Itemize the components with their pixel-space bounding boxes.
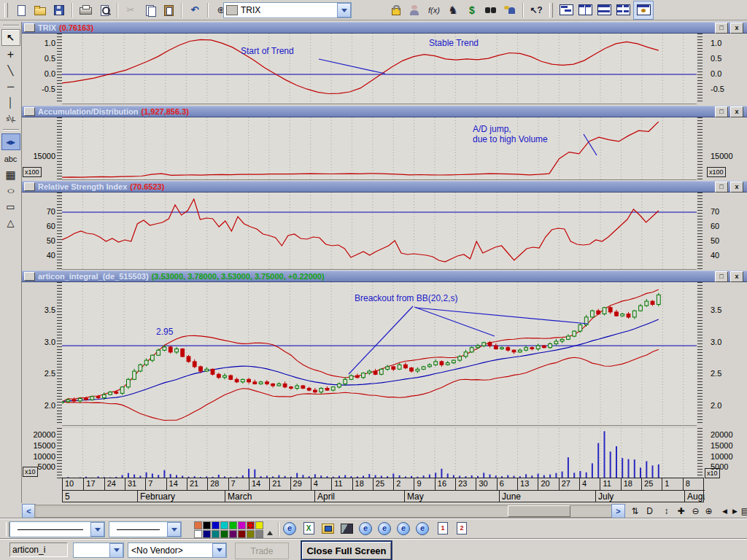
print-preview-button[interactable] (96, 2, 113, 18)
color-swatch[interactable] (238, 521, 246, 529)
scrollbar-thumb[interactable] (508, 505, 570, 517)
web-link-button-3[interactable]: e (397, 522, 410, 534)
text-tool[interactable]: abc (2, 151, 20, 166)
maximize-icon[interactable]: □ (715, 23, 728, 34)
toolbar-grip[interactable] (4, 3, 8, 18)
strategy-button[interactable]: ♞ (444, 2, 462, 18)
chevron-down-icon[interactable] (167, 522, 181, 537)
color-swatch[interactable] (229, 521, 237, 529)
color-swatch[interactable] (203, 530, 211, 538)
color-swatch[interactable] (212, 521, 220, 529)
price-panel-titlebar[interactable]: articon_integral_(de_515503) (3.53000, 3… (22, 271, 747, 282)
data-mode-button[interactable]: D (643, 505, 656, 517)
color-swatch[interactable] (255, 530, 263, 538)
zoom-in-button[interactable]: ⊕ (703, 505, 715, 517)
context-help-button[interactable]: ↖? (527, 2, 545, 18)
vertical-zoom-button[interactable]: ↕ (660, 505, 673, 517)
color-swatch[interactable] (220, 521, 228, 529)
maximize-icon[interactable]: □ (715, 271, 728, 282)
refresh-button[interactable]: ⇅ (629, 505, 641, 517)
trix-panel-titlebar[interactable]: TRIX (0.76163) □x (22, 22, 747, 34)
tile-vertical-button[interactable] (576, 2, 594, 18)
scroll-right-button[interactable]: > (611, 504, 625, 518)
web-link-button-4[interactable]: e (416, 522, 429, 534)
new-file-button[interactable] (12, 2, 30, 18)
close-icon[interactable]: x (730, 106, 743, 117)
symbol-input[interactable] (9, 542, 68, 557)
web-link-button-1[interactable]: e (359, 522, 372, 534)
trix-plot[interactable] (62, 34, 697, 104)
triangle-tool[interactable]: △ (2, 215, 20, 230)
line-width-combo[interactable] (109, 521, 182, 537)
color-swatch[interactable] (220, 530, 228, 538)
broker-button[interactable] (406, 2, 424, 18)
search-button[interactable] (482, 2, 500, 18)
color-swatch[interactable] (238, 530, 246, 538)
color-swatch[interactable] (194, 521, 202, 529)
pointer-tool[interactable]: ↖ (1, 29, 20, 46)
panel-icon[interactable] (24, 107, 35, 116)
chevron-down-icon[interactable] (109, 543, 123, 558)
interval-combo[interactable] (73, 542, 124, 558)
color-swatch[interactable] (247, 521, 255, 529)
close-full-screen-button[interactable]: Close Full Screen (301, 541, 392, 560)
close-icon[interactable]: x (730, 182, 743, 192)
pan-button[interactable]: ✚ (675, 505, 687, 517)
horizontal-line-tool[interactable]: ─ (2, 79, 20, 94)
paste-button[interactable] (160, 2, 177, 18)
export-web-button[interactable]: e (283, 522, 296, 534)
zoom-out-button[interactable]: ⊖ (689, 505, 702, 517)
color-swatch[interactable] (203, 521, 211, 529)
close-icon[interactable]: x (730, 271, 743, 282)
panel-icon[interactable] (24, 182, 35, 191)
rsi-plot[interactable] (62, 192, 697, 270)
ellipse-tool[interactable]: ○ (2, 183, 20, 198)
color-swatch[interactable] (255, 521, 263, 529)
accounts-button[interactable] (501, 2, 519, 18)
rectangle-tool[interactable]: ▭ (2, 199, 20, 214)
horizontal-scrollbar[interactable] (34, 505, 612, 518)
color-swatch[interactable] (212, 530, 220, 538)
speed-line-tool[interactable]: s╲L (2, 111, 20, 126)
function-button[interactable]: f(x) (425, 2, 443, 18)
maximize-icon[interactable]: □ (715, 182, 728, 192)
maximize-icon[interactable]: □ (715, 106, 728, 117)
save-button[interactable] (50, 2, 68, 18)
vertical-line-tool[interactable]: │ (2, 95, 20, 110)
cascade-windows-button[interactable] (557, 2, 575, 18)
grid-tool[interactable]: ▦ (2, 167, 20, 182)
data-window-button[interactable]: ▤ (739, 505, 747, 517)
vendor-combo[interactable]: <No Vendor> (128, 542, 227, 558)
panel-icon[interactable] (24, 23, 35, 32)
volume-plot[interactable] (62, 428, 697, 479)
ad-plot[interactable] (62, 117, 697, 180)
color-swatch[interactable] (229, 530, 237, 538)
report-2-button[interactable]: 2 (455, 522, 468, 534)
close-icon[interactable]: x (730, 23, 743, 34)
color-swatch[interactable] (247, 530, 255, 538)
panel-icon[interactable] (24, 272, 35, 281)
ad-panel-titlebar[interactable]: Accumulation/Distribution (1,927,856.3) … (22, 106, 747, 117)
trade-button[interactable]: Trade (235, 542, 289, 559)
tile-grid-button[interactable] (614, 2, 632, 18)
web-link-button-2[interactable]: e (378, 522, 391, 534)
rsi-panel-titlebar[interactable]: Relative Strength Index (70.6523) □x (22, 181, 747, 192)
report-1-button[interactable]: 1 (436, 522, 449, 534)
tile-horizontal-button[interactable] (595, 2, 613, 18)
color-swatch[interactable] (194, 530, 202, 538)
toolbar-grip[interactable] (549, 3, 553, 18)
line-style-combo[interactable] (9, 521, 105, 537)
price-plot[interactable] (62, 282, 697, 426)
copy-button[interactable] (141, 2, 158, 18)
publish-button[interactable] (321, 522, 334, 534)
scroll-mode-tool[interactable]: ◂▸ (1, 133, 20, 150)
crosshair-tool[interactable]: + (2, 47, 20, 62)
chevron-down-icon[interactable] (337, 3, 351, 18)
undo-button[interactable]: ↶ (186, 2, 204, 18)
open-file-button[interactable] (31, 2, 49, 18)
cut-button[interactable]: ✂ (122, 2, 139, 18)
export-excel-button[interactable]: X (302, 522, 315, 534)
security-button[interactable] (387, 2, 405, 18)
trendline-tool[interactable]: ╲ (2, 63, 20, 78)
save-image-button[interactable] (340, 522, 353, 534)
